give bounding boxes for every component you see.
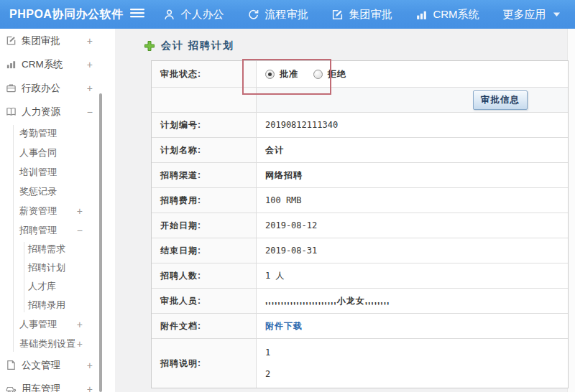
sidebar-item-personnel-contract[interactable]: 人事合同 [0, 143, 115, 162]
nav-item-crm-system[interactable]: CRM系统 [415, 8, 479, 22]
sidebar-item-label: 人力资源 [22, 106, 60, 118]
field-label: 招聘渠道: [152, 163, 257, 187]
car-icon [6, 383, 17, 392]
form-row-recruitment-description: 招聘说明:1 2 [152, 339, 568, 388]
expand-plus-icon[interactable]: + [87, 384, 93, 392]
field-label: 结束日期: [152, 238, 257, 263]
approval-status-options: 批准 拒绝 [257, 61, 568, 87]
sidebar: 集团审批+CRM系统+行政办公+人力资源−考勤管理人事合同培训管理奖惩记录薪资管… [0, 29, 115, 392]
field-value: ,,,,,,,,,,,,,,,,,,,,,,,小龙女,,,,,,,, [265, 295, 390, 307]
expand-plus-icon[interactable]: + [77, 206, 83, 216]
field-label: 招聘说明: [152, 339, 257, 388]
edit-icon [6, 35, 17, 46]
sidebar-item-label: 奖惩记录 [19, 185, 57, 198]
sidebar-item-label: 招聘录用 [28, 299, 65, 312]
attachment-download-link[interactable]: 附件下载 [265, 320, 303, 332]
sidebar-item-crm-system[interactable]: CRM系统+ [0, 52, 115, 76]
expand-plus-icon[interactable]: + [87, 360, 93, 370]
field-value: 100 RMB [265, 195, 302, 205]
form-row-approvers: 审批人员:,,,,,,,,,,,,,,,,,,,,,,,小龙女,,,,,,,, [152, 289, 568, 314]
sidebar-item-training-management[interactable]: 培训管理 [0, 162, 115, 182]
book-icon [6, 106, 17, 117]
recruitment-plan-detail-table: 审批状态: 批准 拒绝 审批信息 计划编号:20190812111340计划名称… [151, 60, 569, 388]
sidebar-item-basic-category-settings[interactable]: 基础类别设置+ [0, 334, 115, 353]
chart-icon [415, 9, 428, 21]
field-value: 1 2 [265, 342, 270, 385]
user-icon [163, 9, 175, 21]
collapse-minus-icon[interactable]: − [77, 225, 83, 235]
sidebar-item-label: 人事管理 [19, 318, 57, 331]
sidebar-item-attendance-management[interactable]: 考勤管理 [0, 123, 115, 143]
nav-item-process-approval[interactable]: 流程审批 [247, 8, 308, 22]
nav-item-more-apps[interactable]: 更多应用 [503, 8, 561, 22]
field-label: 招聘费用: [152, 188, 257, 213]
sidebar-item-recruitment-management[interactable]: 招聘管理− [0, 220, 115, 240]
nav-item-label: 个人办公 [180, 8, 224, 22]
sidebar-item-recruitment-hiring[interactable]: 招聘录用 [0, 296, 115, 314]
sidebar-item-label: 培训管理 [19, 166, 57, 179]
expand-plus-icon[interactable]: + [87, 60, 93, 70]
field-label: 审批人员: [152, 289, 257, 313]
sidebar-item-salary-management[interactable]: 薪资管理+ [0, 201, 115, 220]
nav-item-label: 流程审批 [264, 8, 308, 22]
plus-icon [144, 40, 155, 52]
form-row-plan-name: 计划名称:会计 [152, 138, 568, 163]
sidebar-item-human-resources[interactable]: 人力资源− [0, 100, 115, 123]
sidebar-item-reward-punishment-records[interactable]: 奖惩记录 [0, 182, 115, 201]
field-value: 20190812111340 [265, 120, 338, 130]
field-label: 附件文档: [152, 314, 257, 338]
page-title-text: 会计 招聘计划 [161, 39, 234, 52]
expand-plus-icon[interactable]: + [77, 319, 83, 330]
sidebar-scrollbar-thumb[interactable] [99, 93, 102, 392]
sidebar-item-label: 用车管理 [22, 383, 60, 392]
sidebar-item-label: 考勤管理 [19, 127, 57, 140]
sidebar-item-personnel-management[interactable]: 人事管理+ [0, 314, 115, 334]
form-row-recruitment-cost: 招聘费用:100 RMB [152, 188, 568, 213]
nav-item-personal-office[interactable]: 个人办公 [163, 8, 224, 22]
sidebar-item-label: 招聘计划 [28, 261, 65, 274]
sidebar-item-label: 招聘管理 [19, 224, 57, 237]
field-label: 招聘人数: [152, 263, 257, 288]
field-label: 审批状态: [152, 61, 257, 87]
field-label [152, 88, 257, 112]
sidebar-item-label: 薪资管理 [19, 205, 57, 218]
radio-approve[interactable] [265, 70, 275, 79]
briefcase-icon [6, 83, 17, 93]
field-value: 2019-08-31 [265, 246, 317, 256]
nav-item-group-approval[interactable]: 集团审批 [331, 8, 392, 22]
chart-icon [6, 59, 17, 70]
nav-item-label: CRM系统 [433, 8, 479, 22]
form-row-approval-status: 审批状态: 批准 拒绝 [152, 61, 568, 88]
form-row-plan-number: 计划编号:20190812111340 [152, 113, 568, 138]
field-value: 2019-08-12 [265, 220, 317, 230]
radio-reject[interactable] [313, 70, 323, 79]
field-label: 计划编号: [152, 113, 257, 137]
expand-plus-icon[interactable]: + [77, 339, 83, 349]
sidebar-item-label: 人才库 [28, 280, 56, 293]
expand-plus-icon[interactable]: + [87, 36, 93, 46]
hamburger-menu-button[interactable] [130, 7, 144, 22]
field-value: 会计 [265, 144, 284, 157]
sidebar-item-label: 行政办公 [22, 82, 60, 95]
sidebar-item-vehicle-management[interactable]: 用车管理+ [0, 377, 115, 392]
top-navbar: PHPOA协同办公软件 个人办公流程审批集团审批CRM系统更多应用 [0, 0, 575, 29]
nav-item-label: 更多应用 [503, 8, 546, 22]
add-plus-icon [144, 40, 155, 52]
nav-item-label: 集团审批 [349, 8, 392, 22]
sidebar-item-recruitment-plan[interactable]: 招聘计划 [0, 258, 115, 277]
form-row-end-date: 结束日期:2019-08-31 [152, 238, 568, 263]
form-row-attachment: 附件文档:附件下载 [152, 314, 568, 339]
sidebar-item-recruitment-demand[interactable]: 招聘需求 [0, 240, 115, 258]
sidebar-item-talent-pool[interactable]: 人才库 [0, 277, 115, 296]
sidebar-item-group-approval[interactable]: 集团审批+ [0, 29, 115, 52]
sidebar-item-label: 基础类别设置 [19, 337, 75, 350]
sidebar-item-label: 招聘需求 [28, 243, 65, 256]
sidebar-item-label: 公文管理 [22, 359, 60, 372]
sidebar-item-document-management[interactable]: 公文管理+ [0, 353, 115, 377]
expand-plus-icon[interactable]: + [87, 83, 93, 93]
collapse-minus-icon[interactable]: − [87, 107, 93, 117]
radio-reject-label: 拒绝 [328, 68, 346, 80]
approval-info-button[interactable]: 审批信息 [473, 90, 528, 110]
sidebar-item-admin-office[interactable]: 行政办公+ [0, 76, 115, 100]
form-row-recruitment-headcount: 招聘人数:1 人 [152, 263, 568, 289]
